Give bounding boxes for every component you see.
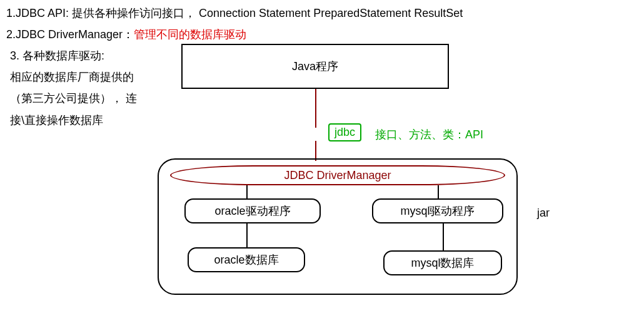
connector-dm-mysql [438, 185, 439, 198]
api-description: 接口、方法、类：API [375, 127, 483, 142]
note-3-line: （第三方公司提供）， 连 [10, 88, 155, 109]
note-3-line: 接\直接操作数据库 [10, 110, 155, 131]
notes-list: 1.JDBC API: 提供各种操作访问接口， Connection State… [6, 3, 463, 45]
driver-manager-bar: JDBC DriverManager [170, 165, 505, 185]
jdbc-badge: jdbc [328, 123, 361, 141]
jdbc-badge-text: jdbc [335, 126, 355, 138]
oracle-driver-label: oracle驱动程序 [214, 203, 290, 218]
oracle-db-box: oracle数据库 [188, 247, 305, 272]
java-program-label: Java程序 [292, 59, 338, 74]
note-3-line: 3. 各种数据库驱动: [10, 45, 155, 66]
mysql-db-label: mysql数据库 [411, 255, 474, 270]
note-3-line: 相应的数据库厂商提供的 [10, 66, 155, 88]
connector-oracle-db [246, 223, 248, 247]
note-item-1: 1.JDBC API: 提供各种操作访问接口， Connection State… [6, 3, 463, 24]
mysql-db-box: mysql数据库 [383, 250, 502, 275]
jar-label: jar [537, 207, 550, 220]
oracle-driver-box: oracle驱动程序 [184, 198, 321, 223]
connector-line-top [315, 89, 316, 128]
mysql-driver-label: mysql驱动程序 [400, 203, 475, 218]
mysql-driver-box: mysql驱动程序 [372, 198, 503, 223]
note-item-3: 3. 各种数据库驱动: 相应的数据库厂商提供的 （第三方公司提供）， 连 接\直… [10, 45, 155, 131]
note-item-2: 2.JDBC DriverManager：管理不同的数据库驱动 [6, 24, 463, 45]
driver-manager-label: JDBC DriverManager [284, 169, 391, 182]
connector-dm-oracle [246, 185, 248, 198]
note-item-2-red: 管理不同的数据库驱动 [134, 28, 246, 41]
connector-mysql-db [443, 223, 444, 250]
java-program-box: Java程序 [181, 44, 449, 89]
note-item-2-prefix: 2.JDBC DriverManager： [6, 28, 134, 41]
oracle-db-label: oracle数据库 [214, 252, 278, 267]
